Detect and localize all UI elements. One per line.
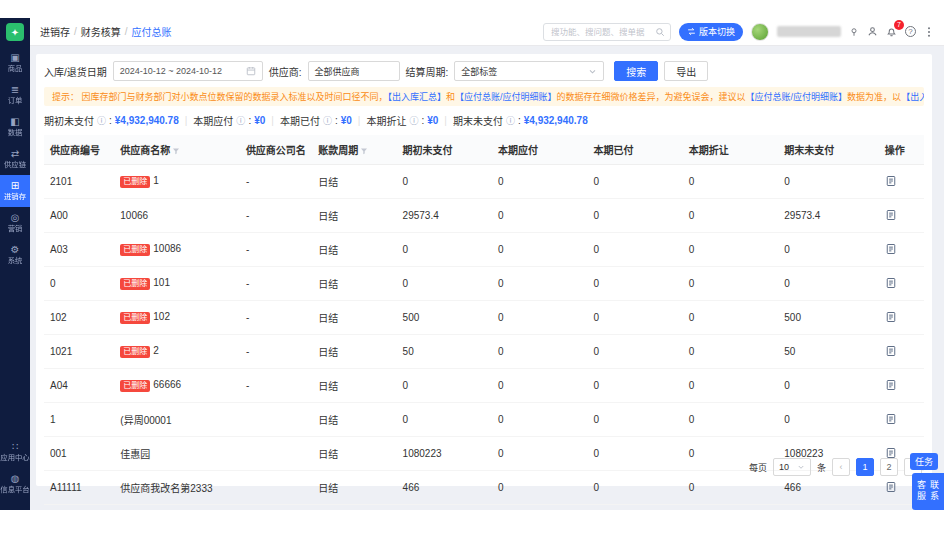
help-icon[interactable]: ? xyxy=(905,26,916,37)
cell-closing-unpaid: 0 xyxy=(778,403,878,437)
payable-ledger-card: 入库/退货日期 2024-10-12 ~ 2024-10-12 供应商: 全部供… xyxy=(36,54,932,486)
cell-supplier-code: A00 xyxy=(44,199,114,233)
cell-company-name: - xyxy=(240,335,312,369)
info-icon[interactable]: ⓘ xyxy=(323,114,332,127)
export-button[interactable]: 导出 xyxy=(664,61,708,81)
cell-supplier-name: 已删除102 xyxy=(114,301,240,335)
info-icon[interactable]: ⓘ xyxy=(506,114,515,127)
sidebar-item-goods[interactable]: ▣商品 xyxy=(0,47,30,79)
sidebar-item-supply-chain[interactable]: ⇄供应链 xyxy=(0,143,30,175)
detail-icon[interactable] xyxy=(885,413,897,425)
sidebar-item-app-center[interactable]: ∷应用中心 xyxy=(0,436,30,468)
column-header-label: 供应商编号 xyxy=(50,145,100,156)
filter-bar: 入库/退货日期 2024-10-12 ~ 2024-10-12 供应商: 全部供… xyxy=(36,54,932,87)
user-icon[interactable] xyxy=(867,26,878,37)
summary-colon: : xyxy=(109,115,112,126)
supplier-name-text: 102 xyxy=(153,311,170,322)
per-page-select[interactable]: 10 xyxy=(773,458,811,476)
date-range-input[interactable]: 2024-10-12 ~ 2024-10-12 xyxy=(113,61,263,81)
search-button[interactable]: 搜索 xyxy=(614,61,658,81)
sidebar-item-inventory[interactable]: ⊞进销存 xyxy=(0,175,30,207)
search-input[interactable] xyxy=(549,26,652,38)
notice-text: 提示： xyxy=(52,92,82,102)
summary-item: 本期折让ⓘ:¥0 xyxy=(366,113,438,128)
detail-icon[interactable] xyxy=(885,447,897,459)
page-button-1[interactable]: 1 xyxy=(856,458,874,476)
column-header-label: 供应商公司名 xyxy=(246,145,306,156)
sidebar-item-label: 信息平台 xyxy=(0,485,29,493)
cell-operation xyxy=(879,267,924,301)
cell-opening-unpaid: 29573.4 xyxy=(397,199,492,233)
cell-closing-unpaid: 0 xyxy=(778,369,878,403)
per-page-value: 10 xyxy=(779,462,789,472)
notice-link[interactable]: 【出入库汇总】 xyxy=(901,92,924,102)
cell-period-discount: 0 xyxy=(683,335,778,369)
column-header-label: 期末未支付 xyxy=(784,145,834,156)
notification-badge: 7 xyxy=(894,20,904,30)
notice-link[interactable]: 【应付总账/应付明细账】 xyxy=(746,92,848,102)
brand-logo[interactable]: ✦ xyxy=(6,23,24,41)
cell-supplier-code: 001 xyxy=(44,437,114,471)
detail-icon[interactable] xyxy=(885,379,897,391)
cell-period-discount: 0 xyxy=(683,403,778,437)
detail-icon[interactable] xyxy=(885,175,897,187)
inventory-icon: ⊞ xyxy=(11,180,19,191)
notice-link[interactable]: 【应付总账/应付明细账】 xyxy=(455,92,557,102)
deleted-badge: 已删除 xyxy=(120,244,150,256)
supplier-name-text: 101 xyxy=(153,277,170,288)
contact-service-tab[interactable]: 联系客服 xyxy=(912,473,944,510)
supplier-input[interactable]: 全部供应商 xyxy=(308,61,400,81)
supply-chain-icon: ⇄ xyxy=(11,148,19,159)
cell-company-name xyxy=(240,403,312,437)
global-search-box[interactable] xyxy=(543,23,671,41)
table-row: 1021已删除2-日结5000050 xyxy=(44,335,924,369)
chevron-down-icon xyxy=(797,463,805,471)
column-header-period[interactable]: 账款周期 xyxy=(312,135,396,165)
info-icon[interactable]: ⓘ xyxy=(236,114,245,127)
detail-icon[interactable] xyxy=(885,311,897,323)
sidebar-item-data[interactable]: ◧数据 xyxy=(0,111,30,143)
detail-icon[interactable] xyxy=(885,209,897,221)
sidebar-item-system[interactable]: ⚙系统 xyxy=(0,239,30,271)
detail-icon[interactable] xyxy=(885,345,897,357)
cell-supplier-name: 已删除2 xyxy=(114,335,240,369)
period-select[interactable]: 全部标签 xyxy=(454,61,604,81)
cell-operation xyxy=(879,233,924,267)
detail-icon[interactable] xyxy=(885,277,897,289)
prev-page-button[interactable]: ‹ xyxy=(832,458,850,476)
sidebar-item-orders[interactable]: ≣订单 xyxy=(0,79,30,111)
pin-icon[interactable] xyxy=(849,27,859,37)
page-button-2[interactable]: 2 xyxy=(880,458,898,476)
sidebar-item-marketing[interactable]: ◎营销 xyxy=(0,207,30,239)
breadcrumb-separator: / xyxy=(125,26,128,37)
summary-value: ¥4,932,940.78 xyxy=(524,115,588,126)
sidebar-item-info-platform[interactable]: ◍信息平台 xyxy=(0,468,30,500)
task-float-tag[interactable]: 任务 xyxy=(910,453,938,470)
sidebar-item-label: 营销 xyxy=(8,224,23,232)
version-switch-button[interactable]: 版本切换 xyxy=(679,23,743,41)
summary-label: 本期折让 xyxy=(366,113,406,128)
supplier-name-text: 10066 xyxy=(120,210,148,221)
detail-icon[interactable] xyxy=(885,243,897,255)
cell-period-discount: 0 xyxy=(683,233,778,267)
cell-supplier-name: 已删除66666 xyxy=(114,369,240,403)
info-icon[interactable]: ⓘ xyxy=(409,114,418,127)
summary-colon: : xyxy=(518,115,521,126)
username-redacted xyxy=(777,26,841,37)
cell-operation xyxy=(879,369,924,403)
breadcrumb-segment[interactable]: 财务核算 xyxy=(81,24,121,39)
cell-period-paid: 0 xyxy=(587,471,682,505)
cell-supplier-name: 已删除101 xyxy=(114,267,240,301)
detail-icon[interactable] xyxy=(885,481,897,493)
breadcrumb-segment[interactable]: 进销存 xyxy=(40,24,70,39)
more-icon[interactable] xyxy=(924,26,934,38)
column-header-label: 账款周期 xyxy=(318,145,358,156)
info-icon[interactable]: ⓘ xyxy=(97,114,106,127)
notice-link[interactable]: 【出入库汇总】 xyxy=(388,92,447,102)
cell-closing-unpaid: 29573.4 xyxy=(778,199,878,233)
bell-icon[interactable]: 7 xyxy=(886,26,897,37)
avatar[interactable] xyxy=(751,23,769,41)
column-header-name[interactable]: 供应商名称 xyxy=(114,135,240,165)
cell-period-payable: 0 xyxy=(492,437,587,471)
deleted-badge: 已删除 xyxy=(120,346,150,358)
